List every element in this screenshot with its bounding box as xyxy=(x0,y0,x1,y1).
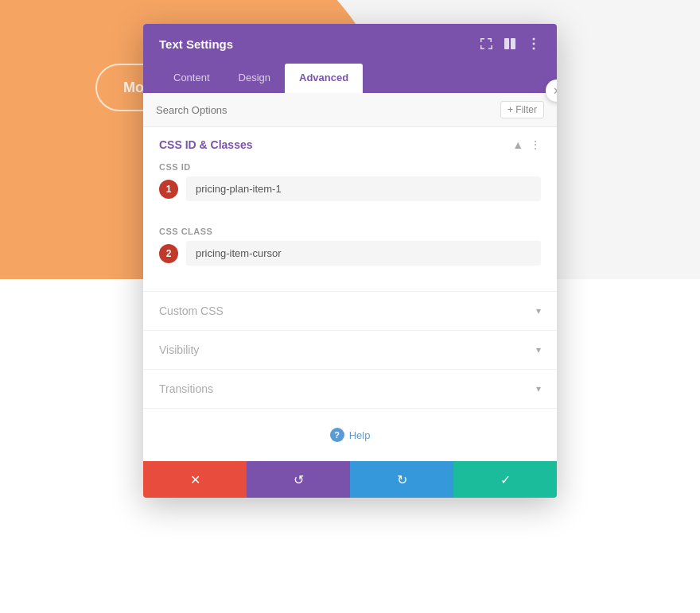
text-settings-modal: Text Settings xyxy=(143,24,557,498)
transitions-chevron-icon: ▾ xyxy=(536,383,541,394)
modal-header-icons xyxy=(479,37,541,51)
custom-css-section: Custom CSS ▾ xyxy=(143,292,557,331)
section-header-icons: ▲ ⋮ xyxy=(512,138,541,151)
tab-content[interactable]: Content xyxy=(159,64,224,93)
fullscreen-icon[interactable] xyxy=(479,37,493,51)
custom-css-title: Custom CSS xyxy=(159,305,224,317)
modal-tabs: Content Design Advanced xyxy=(143,64,557,93)
css-id-classes-header: CSS ID & Classes ▲ ⋮ xyxy=(143,127,557,162)
css-class-field-group: CSS Class 2 xyxy=(143,227,557,291)
cancel-button[interactable]: ✕ xyxy=(143,461,247,498)
css-id-label: CSS ID xyxy=(159,162,541,172)
css-class-row: 2 xyxy=(159,241,541,266)
css-id-row: 1 xyxy=(159,177,541,201)
help-footer: ? Help xyxy=(143,409,557,461)
help-label[interactable]: Help xyxy=(349,429,371,441)
transitions-header[interactable]: Transitions ▾ xyxy=(143,370,557,408)
css-id-input[interactable] xyxy=(186,177,541,201)
filter-button[interactable]: + Filter xyxy=(500,101,544,118)
save-button[interactable]: ✓ xyxy=(453,461,557,498)
tab-design[interactable]: Design xyxy=(224,64,285,93)
svg-rect-0 xyxy=(504,38,509,49)
visibility-header[interactable]: Visibility ▾ xyxy=(143,331,557,369)
section-more-icon[interactable]: ⋮ xyxy=(530,138,541,151)
action-bar: ✕ ↺ ↻ ✓ xyxy=(143,461,557,498)
tab-advanced[interactable]: Advanced xyxy=(285,64,363,93)
svg-point-4 xyxy=(533,48,535,50)
columns-icon[interactable] xyxy=(503,37,517,51)
visibility-title: Visibility xyxy=(159,343,199,356)
collapse-icon[interactable]: ▲ xyxy=(512,138,523,151)
css-class-input[interactable] xyxy=(186,241,541,266)
undo-button[interactable]: ↺ xyxy=(247,461,350,498)
visibility-section: Visibility ▾ xyxy=(143,331,557,370)
visibility-chevron-icon: ▾ xyxy=(536,344,541,355)
transitions-title: Transitions xyxy=(159,382,213,395)
custom-css-chevron-icon: ▾ xyxy=(536,305,541,316)
search-bar: + Filter xyxy=(143,93,557,127)
modal-title: Text Settings xyxy=(159,37,233,51)
more-options-icon[interactable] xyxy=(527,37,541,51)
css-class-label: CSS Class xyxy=(159,227,541,236)
modal-body: CSS ID & Classes ▲ ⋮ CSS ID 1 C xyxy=(143,127,557,461)
css-id-field-group: CSS ID 1 xyxy=(143,162,557,227)
field-number-2: 2 xyxy=(159,244,178,263)
svg-point-2 xyxy=(533,38,535,41)
css-id-classes-title: CSS ID & Classes xyxy=(159,138,253,151)
modal-header: Text Settings xyxy=(143,24,557,64)
modal-overlay: Text Settings xyxy=(0,0,700,613)
transitions-section: Transitions ▾ xyxy=(143,370,557,409)
help-icon: ? xyxy=(330,428,344,442)
css-id-classes-section: CSS ID & Classes ▲ ⋮ CSS ID 1 C xyxy=(143,127,557,292)
redo-button[interactable]: ↻ xyxy=(350,461,453,498)
svg-point-3 xyxy=(533,43,535,45)
search-input[interactable] xyxy=(156,104,500,116)
svg-rect-1 xyxy=(511,38,515,49)
field-number-1: 1 xyxy=(159,180,178,199)
search-input-wrapper xyxy=(156,103,500,117)
custom-css-header[interactable]: Custom CSS ▾ xyxy=(143,292,557,330)
